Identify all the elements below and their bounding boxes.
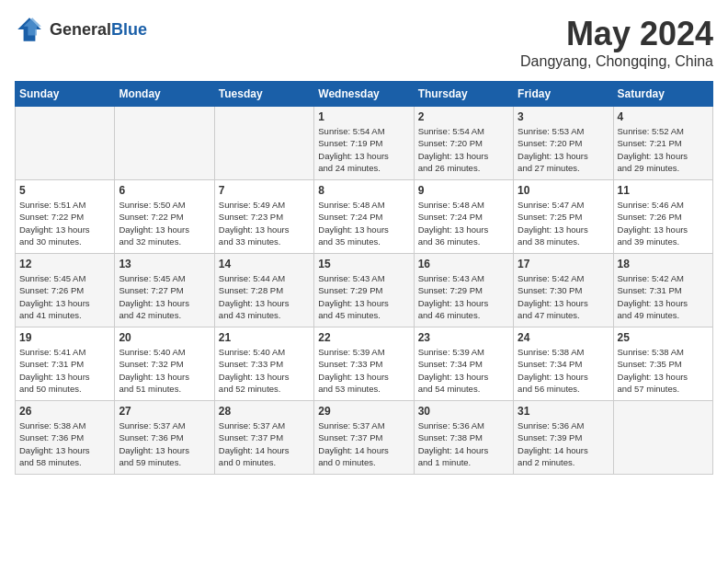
- day-info: Sunrise: 5:37 AM Sunset: 7:37 PM Dayligh…: [318, 419, 409, 468]
- day-number: 13: [119, 258, 210, 270]
- day-info: Sunrise: 5:44 AM Sunset: 7:28 PM Dayligh…: [219, 272, 310, 321]
- calendar-cell: 27Sunrise: 5:37 AM Sunset: 7:36 PM Dayli…: [115, 401, 214, 475]
- day-info: Sunrise: 5:40 AM Sunset: 7:33 PM Dayligh…: [219, 346, 310, 395]
- day-number: 2: [418, 110, 509, 123]
- day-number: 16: [418, 258, 509, 270]
- day-info: Sunrise: 5:38 AM Sunset: 7:35 PM Dayligh…: [618, 346, 709, 395]
- day-info: Sunrise: 5:48 AM Sunset: 7:24 PM Dayligh…: [318, 199, 409, 247]
- day-number: 5: [19, 184, 110, 197]
- day-number: 28: [219, 405, 310, 418]
- day-number: 11: [618, 184, 709, 197]
- day-info: Sunrise: 5:42 AM Sunset: 7:31 PM Dayligh…: [618, 272, 709, 321]
- day-number: 14: [219, 258, 310, 270]
- day-of-week-header: Saturday: [613, 82, 712, 107]
- day-of-week-header: Sunday: [16, 82, 115, 107]
- day-of-week-header: Monday: [115, 82, 214, 107]
- day-number: 17: [518, 258, 609, 270]
- calendar-cell: 24Sunrise: 5:38 AM Sunset: 7:34 PM Dayli…: [514, 327, 613, 401]
- day-info: Sunrise: 5:36 AM Sunset: 7:38 PM Dayligh…: [418, 419, 509, 468]
- day-number: 4: [618, 110, 709, 123]
- logo: GeneralBlue: [15, 15, 147, 44]
- day-number: 18: [618, 258, 709, 270]
- day-number: 6: [119, 184, 210, 197]
- day-number: 3: [518, 110, 609, 123]
- day-number: 26: [19, 405, 110, 418]
- calendar-week-row: 12Sunrise: 5:45 AM Sunset: 7:26 PM Dayli…: [16, 254, 713, 327]
- calendar-cell: 12Sunrise: 5:45 AM Sunset: 7:26 PM Dayli…: [16, 254, 115, 327]
- calendar-cell: 11Sunrise: 5:46 AM Sunset: 7:26 PM Dayli…: [613, 180, 712, 254]
- day-number: 30: [418, 405, 509, 418]
- day-info: Sunrise: 5:38 AM Sunset: 7:36 PM Dayligh…: [19, 419, 110, 468]
- calendar-cell: 14Sunrise: 5:44 AM Sunset: 7:28 PM Dayli…: [214, 254, 313, 327]
- day-number: 15: [318, 258, 409, 270]
- day-info: Sunrise: 5:48 AM Sunset: 7:24 PM Dayligh…: [418, 199, 509, 247]
- day-info: Sunrise: 5:40 AM Sunset: 7:32 PM Dayligh…: [119, 346, 210, 395]
- day-info: Sunrise: 5:39 AM Sunset: 7:33 PM Dayligh…: [318, 346, 409, 395]
- day-info: Sunrise: 5:51 AM Sunset: 7:22 PM Dayligh…: [19, 199, 110, 247]
- day-number: 1: [318, 110, 409, 123]
- day-number: 9: [418, 184, 509, 197]
- calendar-cell: 16Sunrise: 5:43 AM Sunset: 7:29 PM Dayli…: [414, 254, 513, 327]
- day-of-week-header: Thursday: [414, 82, 513, 107]
- day-info: Sunrise: 5:43 AM Sunset: 7:29 PM Dayligh…: [318, 272, 409, 321]
- day-number: 10: [518, 184, 609, 197]
- day-number: 12: [19, 258, 110, 270]
- calendar-cell: 18Sunrise: 5:42 AM Sunset: 7:31 PM Dayli…: [613, 254, 712, 327]
- day-info: Sunrise: 5:45 AM Sunset: 7:27 PM Dayligh…: [119, 272, 210, 321]
- day-number: 20: [119, 331, 210, 344]
- day-of-week-header: Wednesday: [314, 82, 414, 107]
- calendar-cell: [115, 107, 214, 180]
- day-info: Sunrise: 5:50 AM Sunset: 7:22 PM Dayligh…: [119, 199, 210, 247]
- calendar-cell: 29Sunrise: 5:37 AM Sunset: 7:37 PM Dayli…: [314, 401, 414, 475]
- day-number: 25: [618, 331, 709, 344]
- header-row: SundayMondayTuesdayWednesdayThursdayFrid…: [16, 82, 713, 107]
- calendar-cell: 2Sunrise: 5:54 AM Sunset: 7:20 PM Daylig…: [414, 107, 513, 180]
- calendar-cell: 8Sunrise: 5:48 AM Sunset: 7:24 PM Daylig…: [314, 180, 414, 254]
- calendar-cell: 13Sunrise: 5:45 AM Sunset: 7:27 PM Dayli…: [115, 254, 214, 327]
- calendar-week-row: 1Sunrise: 5:54 AM Sunset: 7:19 PM Daylig…: [16, 107, 713, 180]
- calendar-cell: 6Sunrise: 5:50 AM Sunset: 7:22 PM Daylig…: [115, 180, 214, 254]
- day-info: Sunrise: 5:47 AM Sunset: 7:25 PM Dayligh…: [518, 199, 609, 247]
- day-info: Sunrise: 5:36 AM Sunset: 7:39 PM Dayligh…: [518, 419, 609, 468]
- day-info: Sunrise: 5:39 AM Sunset: 7:34 PM Dayligh…: [418, 346, 509, 395]
- calendar-cell: 30Sunrise: 5:36 AM Sunset: 7:38 PM Dayli…: [414, 401, 513, 475]
- calendar-cell: [613, 401, 712, 475]
- calendar-cell: 26Sunrise: 5:38 AM Sunset: 7:36 PM Dayli…: [16, 401, 115, 475]
- day-info: Sunrise: 5:37 AM Sunset: 7:37 PM Dayligh…: [219, 419, 310, 468]
- day-info: Sunrise: 5:54 AM Sunset: 7:20 PM Dayligh…: [418, 125, 509, 174]
- calendar-cell: 21Sunrise: 5:40 AM Sunset: 7:33 PM Dayli…: [214, 327, 313, 401]
- day-info: Sunrise: 5:54 AM Sunset: 7:19 PM Dayligh…: [318, 125, 409, 174]
- calendar-cell: 9Sunrise: 5:48 AM Sunset: 7:24 PM Daylig…: [414, 180, 513, 254]
- day-info: Sunrise: 5:37 AM Sunset: 7:36 PM Dayligh…: [119, 419, 210, 468]
- calendar-cell: 23Sunrise: 5:39 AM Sunset: 7:34 PM Dayli…: [414, 327, 513, 401]
- day-of-week-header: Tuesday: [214, 82, 313, 107]
- calendar-table: SundayMondayTuesdayWednesdayThursdayFrid…: [15, 81, 713, 475]
- day-number: 29: [318, 405, 409, 418]
- logo-icon: [15, 15, 44, 44]
- day-info: Sunrise: 5:41 AM Sunset: 7:31 PM Dayligh…: [19, 346, 110, 395]
- calendar-cell: 4Sunrise: 5:52 AM Sunset: 7:21 PM Daylig…: [613, 107, 712, 180]
- calendar-cell: 25Sunrise: 5:38 AM Sunset: 7:35 PM Dayli…: [613, 327, 712, 401]
- calendar-cell: [16, 107, 115, 180]
- day-info: Sunrise: 5:42 AM Sunset: 7:30 PM Dayligh…: [518, 272, 609, 321]
- calendar-week-row: 26Sunrise: 5:38 AM Sunset: 7:36 PM Dayli…: [16, 401, 713, 475]
- calendar-cell: 1Sunrise: 5:54 AM Sunset: 7:19 PM Daylig…: [314, 107, 414, 180]
- day-info: Sunrise: 5:46 AM Sunset: 7:26 PM Dayligh…: [618, 199, 709, 247]
- location: Dangyang, Chongqing, China: [520, 53, 713, 70]
- day-info: Sunrise: 5:43 AM Sunset: 7:29 PM Dayligh…: [418, 272, 509, 321]
- day-number: 22: [318, 331, 409, 344]
- logo-text-general: General: [50, 20, 111, 39]
- day-info: Sunrise: 5:52 AM Sunset: 7:21 PM Dayligh…: [618, 125, 709, 174]
- calendar-cell: 3Sunrise: 5:53 AM Sunset: 7:20 PM Daylig…: [514, 107, 613, 180]
- day-info: Sunrise: 5:38 AM Sunset: 7:34 PM Dayligh…: [518, 346, 609, 395]
- day-number: 31: [518, 405, 609, 418]
- day-number: 7: [219, 184, 310, 197]
- logo-text-blue: Blue: [111, 20, 147, 39]
- title-block: May 2024 Dangyang, Chongqing, China: [520, 15, 713, 70]
- calendar-cell: 10Sunrise: 5:47 AM Sunset: 7:25 PM Dayli…: [514, 180, 613, 254]
- calendar-cell: 22Sunrise: 5:39 AM Sunset: 7:33 PM Dayli…: [314, 327, 414, 401]
- calendar-cell: 15Sunrise: 5:43 AM Sunset: 7:29 PM Dayli…: [314, 254, 414, 327]
- day-number: 21: [219, 331, 310, 344]
- calendar-cell: 20Sunrise: 5:40 AM Sunset: 7:32 PM Dayli…: [115, 327, 214, 401]
- calendar-cell: [214, 107, 313, 180]
